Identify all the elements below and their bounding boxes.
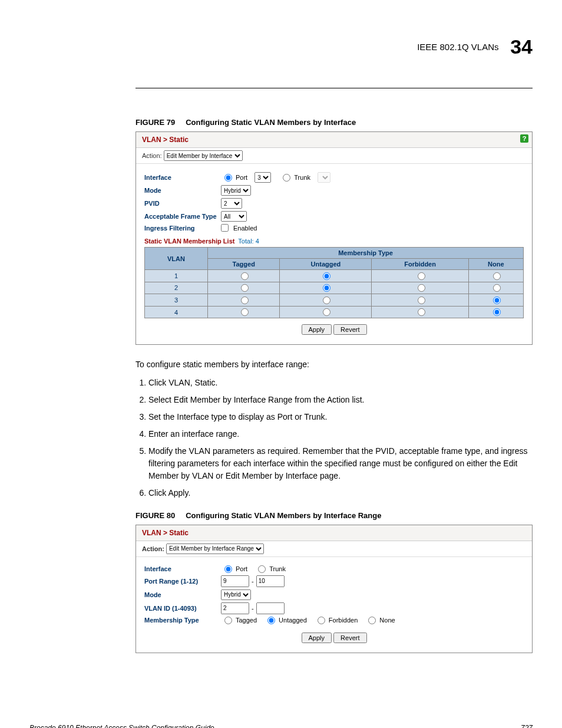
membership-radio[interactable] <box>418 284 425 292</box>
row-membership: Membership Type Tagged Untagged Forbidde… <box>144 617 524 624</box>
row-range: Port Range (1-12) - <box>144 575 524 587</box>
membership-radio[interactable] <box>493 297 501 304</box>
steps-list: Click VLAN, Static.Select Edit Member by… <box>135 377 533 499</box>
port-radio[interactable] <box>224 174 232 182</box>
table-row: 3 <box>145 294 524 307</box>
membership-radio[interactable] <box>241 297 249 304</box>
vlan-id-cell: 2 <box>145 282 208 294</box>
action-bar: Action: Edit Member by Interface <box>136 148 532 164</box>
chapter-number: 34 <box>510 35 533 58</box>
untagged-radio[interactable] <box>267 617 275 624</box>
step-item: Set the Interface type to display as Por… <box>148 411 533 423</box>
membership-radio[interactable] <box>241 272 249 280</box>
vlan-id-cell: 4 <box>145 306 208 318</box>
none-radio[interactable] <box>368 617 376 624</box>
forbidden-radio[interactable] <box>318 617 325 624</box>
aft-select[interactable]: All <box>221 211 247 222</box>
membership-radio[interactable] <box>241 308 249 316</box>
mode-select[interactable]: Hybrid <box>221 185 251 196</box>
vlan-membership-table: VLAN Membership Type TaggedUntaggedForbi… <box>144 247 524 318</box>
trunk-radio[interactable] <box>283 174 290 182</box>
row-ingress: Ingress Filtering Enabled <box>144 224 524 232</box>
table-col-header: Forbidden <box>372 259 468 270</box>
vlanid-from-input[interactable] <box>221 602 249 614</box>
row-pvid: PVID 2 <box>144 198 524 209</box>
membership-radio[interactable] <box>323 308 330 316</box>
table-row: 1 <box>145 270 524 282</box>
membership-radio[interactable] <box>241 284 249 292</box>
step-item: Select Edit Member by Interface Range fr… <box>148 394 533 406</box>
step-item: Enter an interface range. <box>148 428 533 440</box>
vlan-id-cell: 1 <box>145 270 208 282</box>
step-item: Click VLAN, Static. <box>148 377 533 389</box>
page-header: IEEE 802.1Q VLANs 34 <box>29 35 533 58</box>
port-select[interactable]: 3 <box>254 172 271 183</box>
figure-80-label: FIGURE 80Configuring Static VLAN Members… <box>135 511 533 520</box>
revert-button[interactable]: Revert <box>333 633 366 643</box>
membership-radio[interactable] <box>493 272 501 280</box>
action-select[interactable]: Edit Member by Interface Range <box>166 543 264 554</box>
table-col-header: None <box>468 259 523 270</box>
section-title: IEEE 802.1Q VLANs <box>417 42 498 52</box>
apply-button[interactable]: Apply <box>302 324 332 335</box>
vlanid-to-input[interactable] <box>256 602 285 614</box>
pvid-select[interactable]: 2 <box>221 198 242 209</box>
range-to-input[interactable] <box>256 575 285 587</box>
panel-breadcrumb: VLAN > Static ? <box>136 132 532 148</box>
membership-radio[interactable] <box>493 308 501 316</box>
trunk-select[interactable] <box>318 172 330 183</box>
apply-button[interactable]: Apply <box>302 633 332 643</box>
table-col-header: Tagged <box>208 259 280 270</box>
membership-radio[interactable] <box>418 308 425 316</box>
intro-text: To configure static members by interface… <box>135 359 533 371</box>
panel-breadcrumb: VLAN > Static <box>136 525 532 541</box>
table-row: 2 <box>145 282 524 294</box>
action-select[interactable]: Edit Member by Interface <box>164 150 243 161</box>
membership-radio[interactable] <box>323 284 330 292</box>
revert-button[interactable]: Revert <box>333 324 366 335</box>
row-interface: Interface Port Trunk <box>144 565 524 573</box>
table-col-header: Untagged <box>280 259 372 270</box>
membership-radio[interactable] <box>323 272 330 280</box>
trunk-radio[interactable] <box>258 565 266 573</box>
button-row: Apply Revert <box>144 318 524 338</box>
list-title: Static VLAN Membership List Total: 4 <box>144 238 524 245</box>
row-mode: Mode Hybrid <box>144 589 524 600</box>
help-icon[interactable]: ? <box>520 134 528 143</box>
button-row: Apply Revert <box>144 627 524 647</box>
membership-radio[interactable] <box>418 272 425 280</box>
port-radio[interactable] <box>224 565 232 573</box>
action-bar: Action: Edit Member by Interface Range <box>136 541 532 557</box>
figure-79-label: FIGURE 79Configuring Static VLAN Members… <box>135 118 533 127</box>
tagged-radio[interactable] <box>224 617 232 624</box>
membership-radio[interactable] <box>493 284 501 292</box>
step-item: Modify the VLAN parameters as required. … <box>148 445 533 482</box>
vlan-id-cell: 3 <box>145 294 208 307</box>
range-from-input[interactable] <box>221 575 249 587</box>
membership-radio[interactable] <box>323 297 330 304</box>
row-mode: Mode Hybrid <box>144 185 524 196</box>
row-vlanid: VLAN ID (1-4093) - <box>144 602 524 614</box>
mode-select[interactable]: Hybrid <box>221 589 251 600</box>
ingress-checkbox[interactable] <box>221 224 229 232</box>
row-aft: Acceptable Frame Type All <box>144 211 524 222</box>
figure-79-screenshot: VLAN > Static ? Action: Edit Member by I… <box>135 131 533 345</box>
step-item: Click Apply. <box>148 487 533 499</box>
page-footer: Brocade 6910 Ethernet Access Switch Conf… <box>29 724 533 728</box>
figure-80-screenshot: VLAN > Static Action: Edit Member by Int… <box>135 525 533 653</box>
header-rule <box>135 88 533 88</box>
membership-radio[interactable] <box>418 297 425 304</box>
row-interface: Interface Port 3 Trunk <box>144 172 524 183</box>
table-row: 4 <box>145 306 524 318</box>
